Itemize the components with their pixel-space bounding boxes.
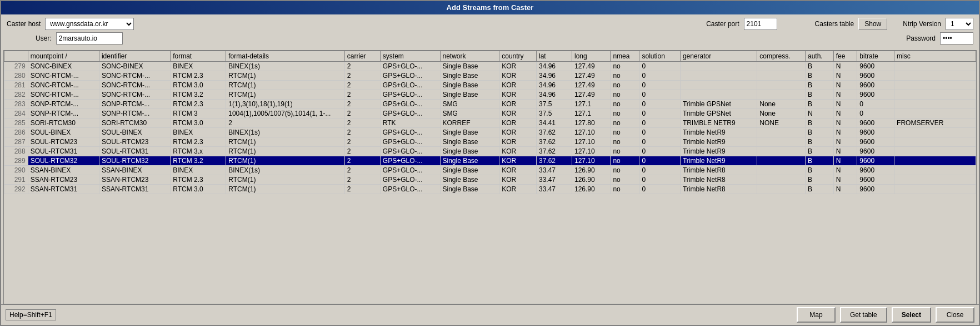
table-header-row: mountpoint / identifier format format-de…: [4, 51, 976, 62]
col-header-country[interactable]: country: [499, 51, 537, 62]
cell-auth: B: [805, 147, 833, 156]
table-row[interactable]: 284SONP-RTCM-...SONP-RTCM-...RTCM 31004(…: [4, 109, 976, 118]
col-header-generator[interactable]: generator: [680, 51, 757, 62]
password-input[interactable]: [940, 32, 973, 45]
table-row[interactable]: 285SORI-RTCM30SORI-RTCM30RTCM 3.022RTKKO…: [4, 118, 976, 128]
col-header-bitrate[interactable]: bitrate: [857, 51, 894, 62]
cell-system: GPS+GLO-...: [380, 147, 440, 156]
table-row[interactable]: 287SOUL-RTCM23SOUL-RTCM23RTCM 2.3RTCM(1)…: [4, 137, 976, 147]
cell-fee: N: [833, 166, 857, 175]
cell-format: BINEX: [171, 128, 226, 137]
cell-lat: 37.5: [536, 100, 572, 109]
col-header-carrier[interactable]: carrier: [344, 51, 380, 62]
col-header-compress[interactable]: compress.: [757, 51, 806, 62]
col-header-misc[interactable]: misc: [894, 51, 976, 62]
cell-nmea: no: [611, 100, 639, 109]
table-row[interactable]: 280SONC-RTCM-...SONC-RTCM-...RTCM 2.3RTC…: [4, 71, 976, 81]
cell-num: 289: [4, 156, 28, 166]
col-header-long[interactable]: long: [572, 51, 611, 62]
cell-system: GPS+GLO-...: [380, 137, 440, 147]
cell-auth: B: [805, 71, 833, 81]
cell-fee: N: [833, 128, 857, 137]
col-header-system[interactable]: system: [380, 51, 440, 62]
cell-country: KOR: [499, 128, 537, 137]
table-body: 279SONC-BINEXSONC-BINEXBINEXBINEX(1s)2GP…: [4, 62, 976, 194]
cell-lat: 34.96: [536, 62, 572, 71]
cell-fee: N: [833, 175, 857, 185]
cell-network: Single Base: [440, 166, 499, 175]
table-row[interactable]: 292SSAN-RTCM31SSAN-RTCM31RTCM 3.0RTCM(1)…: [4, 185, 976, 194]
col-header-lat[interactable]: lat: [536, 51, 572, 62]
table-row[interactable]: 291SSAN-RTCM23SSAN-RTCM23RTCM 2.3RTCM(1)…: [4, 175, 976, 185]
cell-num: 292: [4, 185, 28, 194]
col-header-mountpoint[interactable]: mountpoint /: [28, 51, 99, 62]
cell-solution: 0: [639, 185, 680, 194]
cell-network: Single Base: [440, 81, 499, 90]
cell-format_details: RTCM(1): [226, 71, 345, 81]
cell-carrier: 2: [344, 100, 380, 109]
cell-format: RTCM 3.0: [171, 118, 226, 128]
cell-misc: [894, 137, 976, 147]
cell-compress: [757, 137, 806, 147]
cell-misc: [894, 62, 976, 71]
user-label: User:: [36, 34, 52, 42]
cell-identifier: SONC-RTCM-...: [99, 81, 170, 90]
cell-bitrate: 0: [857, 100, 894, 109]
cell-mountpoint: SSAN-RTCM23: [28, 175, 99, 185]
cell-misc: [894, 166, 976, 175]
col-header-format[interactable]: format: [171, 51, 226, 62]
cell-bitrate: 9600: [857, 185, 894, 194]
cell-country: KOR: [499, 81, 537, 90]
cell-compress: None: [757, 100, 806, 109]
cell-mountpoint: SONP-RTCM-...: [28, 100, 99, 109]
cell-long: 127.10: [572, 156, 611, 166]
ntrip-version-select[interactable]: 1 2: [946, 18, 973, 30]
cell-generator: [680, 90, 757, 100]
col-header-fee[interactable]: fee: [833, 51, 857, 62]
table-row[interactable]: 288SOUL-RTCM31SOUL-RTCM31RTCM 3.xRTCM(1)…: [4, 147, 976, 156]
col-header-nmea[interactable]: nmea: [611, 51, 639, 62]
cell-generator: Trimble NetR9: [680, 128, 757, 137]
col-header-num: [4, 51, 28, 62]
cell-fee: N: [833, 156, 857, 166]
table-row[interactable]: 290SSAN-BINEXSSAN-BINEXBINEXBINEX(1s)2GP…: [4, 166, 976, 175]
cell-network: Single Base: [440, 175, 499, 185]
table-row[interactable]: 281SONC-RTCM-...SONC-RTCM-...RTCM 3.0RTC…: [4, 81, 976, 90]
caster-port-input[interactable]: [744, 18, 777, 30]
col-header-network[interactable]: network: [440, 51, 499, 62]
col-header-auth[interactable]: auth.: [805, 51, 833, 62]
table-row[interactable]: 283SONP-RTCM-...SONP-RTCM-...RTCM 2.31(1…: [4, 100, 976, 109]
table-row[interactable]: 282SONC-RTCM-...SONC-RTCM-...RTCM 3.2RTC…: [4, 90, 976, 100]
cell-identifier: SOUL-BINEX: [99, 128, 170, 137]
cell-fee: N: [833, 109, 857, 118]
table-row[interactable]: 279SONC-BINEXSONC-BINEXBINEXBINEX(1s)2GP…: [4, 62, 976, 71]
close-button[interactable]: Close: [936, 307, 974, 323]
col-header-format-details[interactable]: format-details: [226, 51, 345, 62]
col-header-solution[interactable]: solution: [639, 51, 680, 62]
col-header-identifier[interactable]: identifier: [99, 51, 170, 62]
user-input[interactable]: [56, 32, 123, 45]
get-table-button[interactable]: Get table: [840, 307, 887, 323]
cell-format_details: 2: [226, 118, 345, 128]
cell-compress: [757, 90, 806, 100]
cell-num: 284: [4, 109, 28, 118]
cell-identifier: SONP-RTCM-...: [99, 100, 170, 109]
cell-long: 127.49: [572, 71, 611, 81]
cell-compress: [757, 81, 806, 90]
cell-mountpoint: SONC-BINEX: [28, 62, 99, 71]
cell-lat: 37.5: [536, 109, 572, 118]
streams-table: mountpoint / identifier format format-de…: [4, 51, 976, 194]
caster-host-select[interactable]: www.gnssdata.or.kr: [45, 18, 134, 30]
cell-format_details: BINEX(1s): [226, 166, 345, 175]
show-button[interactable]: Show: [858, 18, 887, 30]
cell-system: GPS+GLO-...: [380, 166, 440, 175]
cell-identifier: SONC-RTCM-...: [99, 90, 170, 100]
select-button[interactable]: Select: [892, 307, 931, 323]
map-button[interactable]: Map: [797, 307, 836, 323]
table-row[interactable]: 286SOUL-BINEXSOUL-BINEXBINEXBINEX(1s)2GP…: [4, 128, 976, 137]
cell-num: 288: [4, 147, 28, 156]
cell-generator: Trimble NetR9: [680, 156, 757, 166]
table-row[interactable]: 289SOUL-RTCM32SOUL-RTCM32RTCM 3.2RTCM(1)…: [4, 156, 976, 166]
table-scroll[interactable]: mountpoint / identifier format format-de…: [4, 51, 976, 304]
cell-generator: Trimble NetR9: [680, 137, 757, 147]
